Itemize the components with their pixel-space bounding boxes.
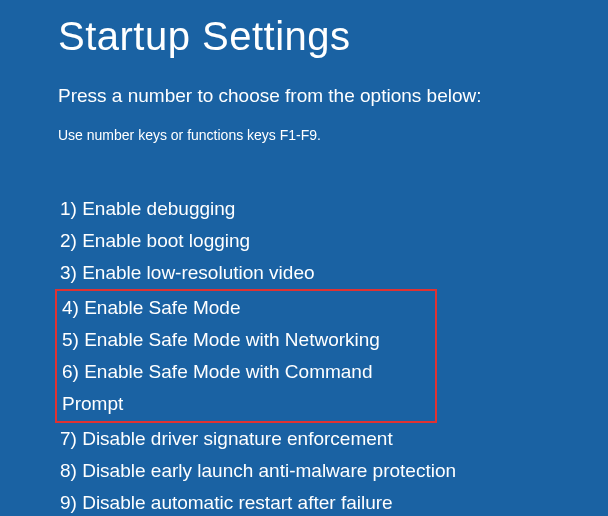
option-8[interactable]: 8) Disable early launch anti-malware pro… <box>58 455 608 487</box>
highlight-box: 4) Enable Safe Mode 5) Enable Safe Mode … <box>55 289 437 423</box>
subtitle: Press a number to choose from the option… <box>58 85 608 107</box>
option-7[interactable]: 7) Disable driver signature enforcement <box>58 423 608 455</box>
page-title: Startup Settings <box>58 14 608 59</box>
option-9[interactable]: 9) Disable automatic restart after failu… <box>58 487 608 516</box>
option-4[interactable]: 4) Enable Safe Mode <box>60 292 435 324</box>
option-1[interactable]: 1) Enable debugging <box>58 193 608 225</box>
option-5[interactable]: 5) Enable Safe Mode with Networking <box>60 324 435 356</box>
option-2[interactable]: 2) Enable boot logging <box>58 225 608 257</box>
option-3[interactable]: 3) Enable low-resolution video <box>58 257 608 289</box>
options-list: 1) Enable debugging 2) Enable boot loggi… <box>58 193 608 516</box>
hint-text: Use number keys or functions keys F1-F9. <box>58 127 608 143</box>
option-6[interactable]: 6) Enable Safe Mode with Command Prompt <box>60 356 435 420</box>
